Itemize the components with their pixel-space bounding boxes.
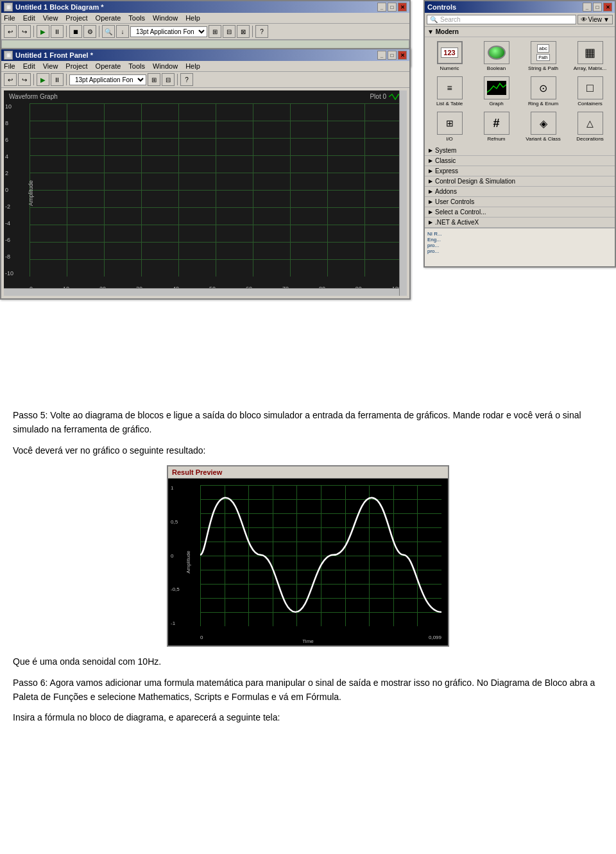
bd-tb-stop[interactable]: ⏹ (69, 25, 82, 38)
section-system-arrow: ▶ (429, 148, 432, 153)
ctrl-maximize-btn[interactable]: □ (593, 3, 602, 12)
controls-grid: 123 Numeric Boolean abc Path String & Pa… (425, 37, 615, 146)
section-select-control[interactable]: ▶ Select a Control... (425, 207, 615, 218)
fp-menu-help[interactable]: Help (185, 62, 200, 70)
fp-menu-view[interactable]: View (43, 62, 58, 70)
bd-tb-resize[interactable]: ⊠ (237, 25, 250, 38)
controls-search-bar: 🔍 Search 👁 View ▼ (425, 13, 615, 27)
graph-scrollbar-h[interactable] (4, 288, 399, 296)
bd-maximize-btn[interactable]: □ (388, 3, 397, 12)
view-chevron-icon: ▼ (603, 16, 610, 23)
ctrl-list-table[interactable]: ≡ List & Table (427, 75, 472, 108)
section-control-design-label: Control Design & Simulation (435, 178, 515, 185)
ctrl-numeric[interactable]: 123 Numeric (427, 40, 472, 73)
ctrl-ring-enum[interactable]: ⊙ Ring & Enum (521, 75, 565, 108)
view-btn[interactable]: 👁 View ▼ (578, 15, 613, 24)
section-express[interactable]: ▶ Express (425, 166, 615, 176)
section-net-activex[interactable]: ▶ .NET & ActiveX (425, 218, 615, 228)
fp-close-btn[interactable]: ✕ (398, 51, 407, 60)
fp-tb-align[interactable]: ⊞ (148, 73, 160, 86)
bd-menu-edit[interactable]: Edit (23, 14, 35, 22)
section-addons[interactable]: ▶ Addons (425, 187, 615, 197)
fp-window-icon: ⊞ (4, 51, 13, 60)
bd-tb-pause[interactable]: ⏸ (51, 25, 64, 38)
bd-menu-help[interactable]: Help (185, 14, 200, 22)
ctrl-close-btn[interactable]: ✕ (603, 3, 612, 12)
bd-tb-back[interactable]: ↩ (4, 25, 17, 38)
fp-menu-edit[interactable]: Edit (23, 62, 35, 70)
fp-tb-sep1 (33, 74, 34, 85)
bd-menu-view[interactable]: View (43, 14, 58, 22)
bd-tb-help[interactable]: ? (255, 25, 268, 38)
ctrl-list-label: List & Table (436, 101, 463, 107)
fp-tb-dist[interactable]: ⊟ (162, 73, 175, 86)
bd-tb-dist[interactable]: ⊟ (223, 25, 235, 38)
section-net-label: .NET & ActiveX (435, 219, 479, 226)
ctrl-minimize-btn[interactable]: _ (583, 3, 592, 12)
ctrl-boolean[interactable]: Boolean (474, 40, 518, 73)
fp-font-selector[interactable]: 13pt Application Font (69, 74, 146, 85)
search-icon: 🔍 (430, 16, 438, 23)
section-express-arrow: ▶ (429, 168, 432, 174)
bd-window-icon: ⊞ (4, 3, 13, 12)
fp-tb-help[interactable]: ? (180, 73, 193, 86)
category-label: Modern (436, 28, 459, 35)
ctrl-decorations[interactable]: △ Decorations (568, 110, 612, 143)
bd-font-selector[interactable]: 13pt Application Font (130, 26, 207, 37)
fp-tb-fwd[interactable]: ↪ (18, 73, 31, 86)
section-addons-arrow: ▶ (429, 189, 432, 194)
bd-tb-debug[interactable]: 🔍 (102, 25, 115, 38)
bd-tb-align[interactable]: ⊞ (209, 25, 221, 38)
section-control-design[interactable]: ▶ Control Design & Simulation (425, 176, 615, 187)
graph-scrollbar-v[interactable] (399, 90, 407, 296)
section-control-design-arrow: ▶ (429, 178, 432, 184)
bd-tb-step[interactable]: ↓ (116, 25, 129, 38)
section-user-controls-arrow: ▶ (429, 199, 432, 205)
ctrl-containers[interactable]: □ Containers (568, 75, 612, 108)
result-preview-container: Result Preview 1 0,5 0 -0,5 -1 Amplitude… (167, 465, 449, 647)
fp-menu-file[interactable]: File (4, 62, 15, 70)
fp-menu-operate[interactable]: Operate (96, 62, 121, 70)
section-net-arrow: ▶ (429, 219, 432, 225)
bd-tb-sep3 (99, 26, 99, 37)
bd-minimize-btn[interactable]: _ (377, 3, 386, 12)
search-box[interactable]: 🔍 Search (427, 15, 576, 24)
fp-minimize-btn[interactable]: _ (377, 51, 386, 60)
bd-close-btn[interactable]: ✕ (398, 3, 407, 12)
ctrl-ring-icon: ⊙ (531, 76, 556, 99)
bd-menu-project[interactable]: Project (65, 14, 87, 22)
bd-menu-window[interactable]: Window (153, 14, 178, 22)
section-classic[interactable]: ▶ Classic (425, 156, 615, 166)
step5b-text: Você deverá ver no gráfico o seguinte re… (13, 443, 603, 457)
bd-menu-file[interactable]: File (4, 14, 15, 22)
bd-menu-operate[interactable]: Operate (96, 14, 121, 22)
ctrl-io[interactable]: ⊞ I/O (427, 110, 472, 143)
ctrl-array[interactable]: ▦ Array, Matrix... (568, 40, 612, 73)
fp-toolbar: ↩ ↪ ▶ ⏸ 13pt Application Font ⊞ ⊟ ? (1, 72, 409, 88)
bd-menu-tools[interactable]: Tools (128, 14, 145, 22)
section-classic-arrow: ▶ (429, 158, 432, 164)
ctrl-string-path[interactable]: abc Path String & Path (521, 40, 565, 73)
bd-tb-run[interactable]: ▶ (37, 25, 49, 38)
section-system[interactable]: ▶ System (425, 146, 615, 156)
section-user-controls[interactable]: ▶ User Controls (425, 197, 615, 207)
graph-title: Waveform Graph (9, 93, 58, 100)
fp-menu-project[interactable]: Project (65, 62, 87, 70)
step6b-text: Insira a fórmula no bloco de diagrama, e… (13, 710, 603, 724)
rp-y-axis-title: Amplitude (185, 551, 191, 574)
fp-menu-tools[interactable]: Tools (128, 62, 145, 70)
sine-curve (200, 485, 441, 625)
ctrl-variant[interactable]: ◈ Variant & Class (521, 110, 565, 143)
ctrl-refnum[interactable]: # Refnum (474, 110, 518, 143)
fp-tb-pause[interactable]: ⏸ (51, 73, 64, 86)
controls-panel: Controls _ □ ✕ 🔍 Search 👁 View ▼ ▼ Moder… (424, 0, 616, 268)
fp-maximize-btn[interactable]: □ (388, 51, 397, 60)
ctrl-graph[interactable]: Graph (474, 75, 518, 108)
bd-tb-fwd[interactable]: ↪ (18, 25, 31, 38)
bd-tb-gear[interactable]: ⚙ (83, 25, 96, 38)
y-axis-title: Amplitude (28, 180, 34, 206)
fp-menu-window[interactable]: Window (153, 62, 178, 70)
bd-menubar: File Edit View Project Operate Tools Win… (1, 13, 409, 24)
fp-tb-run[interactable]: ▶ (37, 73, 49, 86)
fp-tb-back[interactable]: ↩ (4, 73, 17, 86)
